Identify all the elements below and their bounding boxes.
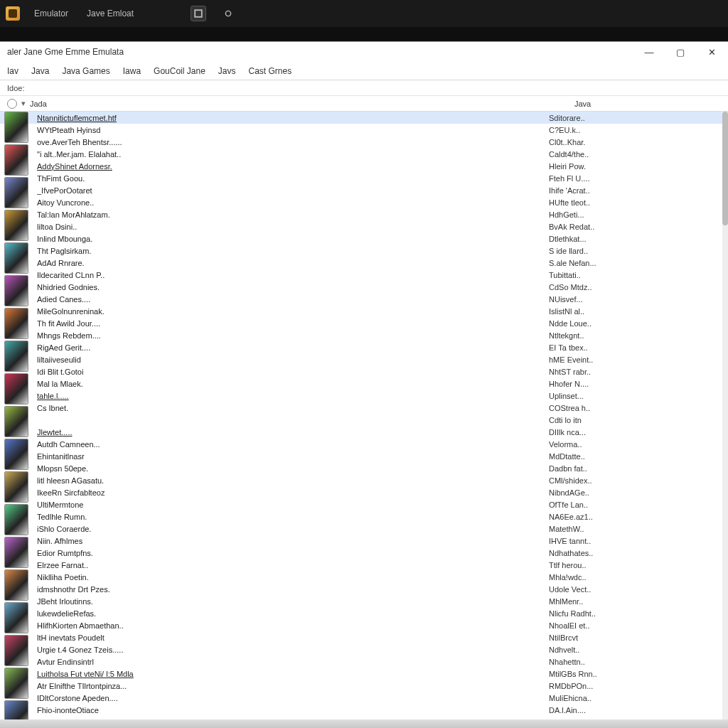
game-thumbnail-icon bbox=[4, 242, 28, 274]
window-close-button[interactable]: ✕ bbox=[702, 47, 721, 58]
row-game-name: Th fit Awild Jour.... bbox=[37, 319, 549, 328]
row-game-name: Mlopsn 50epe. bbox=[37, 464, 549, 473]
list-item[interactable]: !of.Atr Elnifthe TIlrtontpinza...RMDbPOn… bbox=[0, 680, 728, 692]
column-name-header[interactable]: Jada bbox=[30, 100, 570, 108]
list-item[interactable]: de.Idi Blit t.GotoiNhtST rabr.. bbox=[0, 365, 728, 378]
list-item[interactable]: "i alt..Mer.jam. Elalahat..Caldt4/the.. bbox=[0, 148, 728, 160]
menu-iawa[interactable]: Iawa bbox=[123, 66, 141, 76]
app-logo-icon bbox=[6, 6, 20, 21]
list-item[interactable]: 5:.Mhngs Rebdem....Ntltekgnt.. bbox=[0, 329, 728, 341]
row-meta: Ndde Loue.. bbox=[549, 319, 728, 328]
list-item[interactable]: Ta.Niin. AfhlmesIHVE tannt.. bbox=[0, 535, 728, 547]
list-item[interactable]: Ri.IDltCorstone Apeden....MuliEhicna.. bbox=[0, 692, 728, 704]
gear-icon[interactable] bbox=[7, 99, 17, 109]
row-meta: Ntltekgnt.. bbox=[549, 331, 728, 340]
list-item[interactable]: M.Tedlhle Rumn.NA6Ee.az1.. bbox=[0, 510, 728, 523]
row-game-name: MileGolnunreninak. bbox=[37, 307, 549, 316]
row-meta: S.ale Nefan... bbox=[549, 259, 728, 267]
list-item[interactable]: AtyCs Ibnet.COStrea h.. bbox=[0, 402, 728, 414]
list-item[interactable]: Ta.Mal la Mlaek.Hhofer N.... bbox=[0, 378, 728, 390]
list-item[interactable]: db.iShlo Coraerde.MatethW.. bbox=[0, 523, 728, 535]
row-game-name: "i alt..Mer.jam. Elalahat.. bbox=[37, 150, 549, 159]
row-game-name: JBeht Irloutinns. bbox=[37, 597, 549, 606]
list-item[interactable]: ad.JBeht Irloutinns.MhlMenr.. bbox=[0, 595, 728, 607]
window-minimize-button[interactable]: — bbox=[640, 47, 658, 58]
top-tab-jave[interactable]: Jave Emloat bbox=[82, 6, 138, 21]
list-item[interactable]: A.litl hleesn AGasatu.CMl/shidex.. bbox=[0, 474, 728, 486]
list-item[interactable]: Ihn.AdAd Rnrare.S.ale Nefan... bbox=[0, 257, 728, 269]
list-item[interactable]: Luitholsa Fut vteNi/ l:5 MdlaMtilGBs Rnn… bbox=[0, 668, 728, 680]
list-item[interactable]: Ink.liltoa Dsini..BvAk Redat.. bbox=[0, 220, 728, 232]
menu-iav[interactable]: Iav bbox=[7, 66, 18, 76]
list-item[interactable]: (Un.ThFimt Goou.Fteh Fl U.... bbox=[0, 172, 728, 184]
list-item[interactable]: FPh.Adied Canes....NUisvef... bbox=[0, 293, 728, 305]
filter-bar: Idoe: bbox=[0, 80, 728, 96]
row-meta: Sditorare.. bbox=[549, 114, 728, 122]
list-item[interactable]: IBn.,Fhio-inonteOtiaceDA.l.Ain.... bbox=[0, 704, 728, 716]
list-item[interactable]: BiwJlewtet.....DIIlk nca... bbox=[0, 426, 728, 438]
list-item[interactable]: Ts.Nhidried Godnies.CdSo Mtdz.. bbox=[0, 281, 728, 293]
window-maximize-button[interactable]: ▢ bbox=[671, 47, 690, 58]
list-item[interactable]: A.idmshnothr Drt Pzes.Udole Vect.. bbox=[0, 583, 728, 595]
list-item[interactable]: Ac.Mlopsn 50epe.Dadbn fat.. bbox=[0, 462, 728, 474]
game-thumbnail-icon bbox=[4, 569, 28, 601]
menu-goucoil[interactable]: GouCoil Jane bbox=[154, 66, 205, 76]
row-meta: Mhla!wdc.. bbox=[549, 573, 728, 582]
game-thumbnail-icon bbox=[4, 373, 28, 405]
list-item[interactable]: Dt.lukewdelieRefas.Nlicfu Radht.. bbox=[0, 607, 728, 619]
list-item[interactable]: {jhrs.Th fit Awild Jour....Ndde Loue.. bbox=[0, 317, 728, 329]
row-meta: HUfte tleot.. bbox=[549, 198, 728, 207]
list-item[interactable]: AddyShinet Adornesr.Hleiri Pow. bbox=[0, 160, 728, 172]
list-item[interactable]: OdkWYtPteath HyinsdC?EU.k.. bbox=[0, 124, 728, 136]
row-meta: IHVE tannt.. bbox=[549, 537, 728, 545]
list-item[interactable]: UR.Elrzee Farnat..Ttlf herou.. bbox=[0, 559, 728, 571]
game-thumbnail-icon bbox=[4, 112, 28, 143]
list-item[interactable]: la.Ildecarited CLnn P..Tubittati.. bbox=[0, 269, 728, 281]
top-tab-emulator[interactable]: Emulator bbox=[30, 6, 73, 21]
game-thumbnail-icon bbox=[4, 275, 28, 306]
game-thumbnail-icon bbox=[4, 668, 28, 699]
list-item[interactable]: liv.Avtur EndinsintrlNhahettn.. bbox=[0, 655, 728, 668]
list-item[interactable]: ove.AverTeh Bhentsr......Cl0t..Khar. bbox=[0, 136, 728, 148]
list-item[interactable]: Ja.liltaiiveseulidhME Eveint.. bbox=[0, 353, 728, 365]
game-thumbnail-icon bbox=[4, 635, 28, 666]
list-item[interactable]: 1%.MileGolnunreninak.IslistNl al.. bbox=[0, 305, 728, 317]
list-item[interactable]: Aet.EhintanitlnasrMdDtatte.. bbox=[0, 450, 728, 462]
list-item[interactable]: M.Tal:lan MorAhlatzam.HdhGeti... bbox=[0, 208, 728, 220]
column-meta-header[interactable]: Java bbox=[574, 100, 721, 108]
list-item[interactable]: Ch.Aitoy Vuncrone..HUfte tleot.. bbox=[0, 196, 728, 208]
game-list[interactable]: Ntannitictuflemcmet.htfSditorare..OdkWYt… bbox=[0, 112, 728, 728]
row-game-name: RigAed Gerit.... bbox=[37, 343, 549, 352]
list-item[interactable]: [Petnd]Cdti lo itn bbox=[0, 414, 728, 426]
list-item[interactable]: An.ltH inevtats PoudeltNtilBrcvt bbox=[0, 631, 728, 643]
list-item[interactable]: IweTht Paglsirkam.S ide llard.. bbox=[0, 245, 728, 257]
list-item[interactable]: tnke_IfvePorOotaretIhife 'Acrat.. bbox=[0, 184, 728, 196]
list-item[interactable]: Ts.Edior Rumtpfns.Ndhathates.. bbox=[0, 547, 728, 559]
list-item[interactable]: Pertahle.l.....Uplinset... bbox=[0, 390, 728, 402]
row-meta: Cdti lo itn bbox=[549, 416, 728, 424]
menu-cast[interactable]: Cast Grnes bbox=[249, 66, 292, 76]
list-item[interactable]: l4cs.HlifhKiorten Abmaethan..NhoalEI et.… bbox=[0, 619, 728, 631]
list-item[interactable]: htsUltiMermtoneOfTfe Lan.. bbox=[0, 498, 728, 510]
list-item[interactable]: We.Niklliha Poetin.Mhla!wdc.. bbox=[0, 571, 728, 583]
row-game-name: Tal:lan MorAhlatzam. bbox=[37, 210, 549, 219]
row-meta: NtilBrcvt bbox=[549, 633, 728, 642]
list-item[interactable]: Ntannitictuflemcmet.htfSditorare.. bbox=[0, 112, 728, 124]
scrollbar-thumb[interactable] bbox=[722, 112, 728, 225]
list-item[interactable]: AR.Autdh Camneen...Velorma.. bbox=[0, 438, 728, 450]
row-game-name: AdAd Rnrare. bbox=[37, 259, 549, 267]
list-item[interactable]: Lalz.Inlind Mbounga.Dtlethkat... bbox=[0, 232, 728, 245]
toolbar-square-icon[interactable] bbox=[191, 6, 206, 21]
menu-java-games[interactable]: Java Games bbox=[62, 66, 109, 76]
list-item[interactable]: A..IkeeRn SircfablteozNibndAGe.. bbox=[0, 486, 728, 498]
list-item[interactable]: Ta.Urgie t.4 Gonez Tzeis.....Ndhvelt.. bbox=[0, 643, 728, 655]
toolbar-sync-icon[interactable] bbox=[220, 6, 236, 21]
row-game-name: Idi Blit t.Gotoi bbox=[37, 368, 549, 376]
menu-javs[interactable]: Javs bbox=[218, 66, 236, 76]
row-meta: S ide llard.. bbox=[549, 247, 728, 255]
row-game-name: IkeeRn Sircfablteoz bbox=[37, 488, 549, 497]
menu-java[interactable]: Java bbox=[31, 66, 49, 76]
column-header-row: ▾ Jada Java bbox=[0, 96, 728, 112]
list-item[interactable]: Ta.RigAed Gerit....EI Ta tbex.. bbox=[0, 341, 728, 353]
game-thumbnail-icon bbox=[4, 504, 28, 535]
